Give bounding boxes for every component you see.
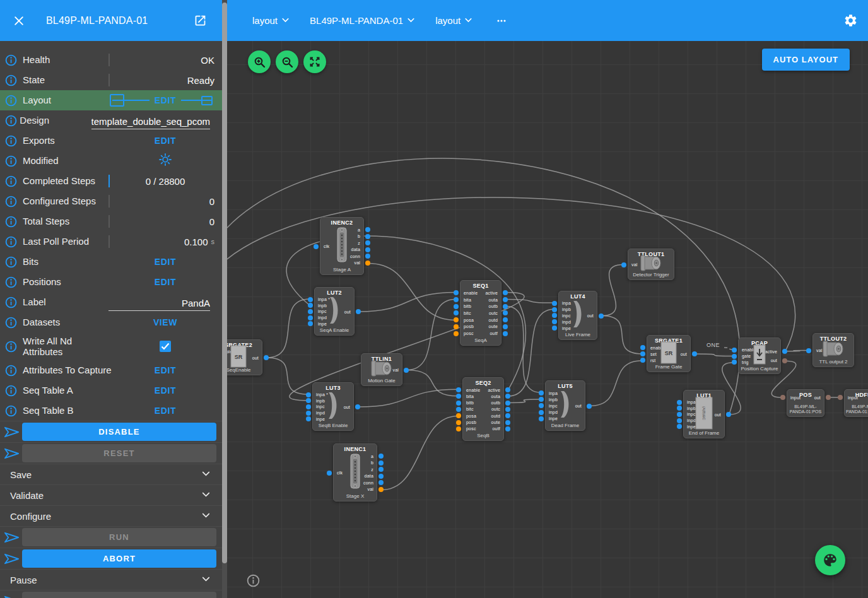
port-dot-out[interactable] xyxy=(587,404,592,409)
port-dot-val[interactable] xyxy=(365,261,370,266)
port-dot-posa[interactable] xyxy=(454,317,459,322)
port-dot-trig[interactable] xyxy=(732,360,737,365)
block-pos[interactable]: POSinputoutBL49P-ML-PANDA-01:POS xyxy=(787,389,824,417)
auto-layout-button[interactable]: AUTO LAYOUT xyxy=(762,49,850,71)
port-dot-inpc[interactable] xyxy=(677,412,682,417)
expander-configure[interactable]: Configure xyxy=(0,505,222,526)
block-ttlout2[interactable]: TTLOUT2valTTL output 2 xyxy=(812,333,854,367)
port-dot-inpd[interactable] xyxy=(306,411,311,416)
port-dot-active[interactable] xyxy=(782,349,787,354)
settings-gear-icon[interactable] xyxy=(843,13,858,28)
port-dot-outb[interactable] xyxy=(503,304,508,309)
port-dot-inpb[interactable] xyxy=(552,307,557,312)
port-dot-data[interactable] xyxy=(365,247,370,252)
port-dot-outf[interactable] xyxy=(503,331,508,336)
seq-table-b-edit-link[interactable]: EDIT xyxy=(155,406,176,416)
port-dot-data[interactable] xyxy=(378,474,384,479)
block-inenc2[interactable]: INENC2clkabzdataconnvalStage A xyxy=(320,217,364,275)
port-dot-posb[interactable] xyxy=(456,420,461,425)
port-dot-bitb[interactable] xyxy=(454,304,459,309)
port-dot-a[interactable] xyxy=(365,227,370,232)
port-dot-inpe[interactable] xyxy=(552,325,557,331)
port-dot-val[interactable] xyxy=(404,368,409,373)
port-dot-b[interactable] xyxy=(365,234,370,239)
port-dot-enable[interactable] xyxy=(454,290,459,295)
block-diagram-canvas[interactable]: AUTO LAYOUT INENC2clkabzdataconnvalStage… xyxy=(227,41,868,598)
more-horizontal-icon[interactable] xyxy=(495,15,508,27)
menu-layout-3[interactable]: layout xyxy=(435,15,476,27)
port-dot-out[interactable] xyxy=(726,412,731,417)
port-dot-bitc[interactable] xyxy=(456,407,461,412)
reset-button[interactable]: RESET xyxy=(22,444,216,462)
port-dot-clk[interactable] xyxy=(314,244,319,249)
run-button[interactable]: RUN xyxy=(22,528,216,546)
scrollbar-thumb[interactable] xyxy=(222,3,227,563)
seq-table-a-edit-link[interactable]: EDIT xyxy=(155,385,176,396)
port-dot-b[interactable] xyxy=(378,460,384,466)
port-dot-conn[interactable] xyxy=(365,254,370,259)
port-dot-val[interactable] xyxy=(378,487,384,492)
port-dot-oute[interactable] xyxy=(503,324,508,329)
port-dot-inpa[interactable] xyxy=(552,301,557,306)
port-dot-inpc[interactable] xyxy=(539,403,544,408)
port-dot-input[interactable] xyxy=(838,395,843,400)
port-dot-set[interactable] xyxy=(640,351,645,356)
port-dot-enable[interactable] xyxy=(640,345,645,350)
port-dot-z[interactable] xyxy=(365,240,370,245)
port-dot-val[interactable] xyxy=(806,348,811,353)
menu-bl49p-ml-panda-01-2[interactable]: BL49P-ML-PANDA-01 xyxy=(310,15,419,27)
block-lut5[interactable]: LUT5inpainpbinpcinpdinpeoutDead Frame xyxy=(545,380,585,431)
palette-icon[interactable] xyxy=(815,545,845,575)
port-dot-enable[interactable] xyxy=(456,387,461,392)
fullscreen-icon[interactable] xyxy=(303,50,326,73)
port-dot-inpb[interactable] xyxy=(539,397,544,402)
block-seq1[interactable]: SEQ1enablebitabitbbitcposaposbposcactive… xyxy=(460,280,501,346)
port-dot-out[interactable] xyxy=(355,404,360,409)
block-pcap[interactable]: PCAPenablegatetrigactiveoutPosition Capt… xyxy=(738,337,781,374)
port-dot-oute[interactable] xyxy=(505,420,510,425)
port-dot-outc[interactable] xyxy=(505,407,510,412)
zoom-in-icon[interactable] xyxy=(248,50,271,73)
disable-button[interactable]: DISABLE xyxy=(22,423,216,441)
exports-edit-link[interactable]: EDIT xyxy=(155,136,176,146)
block-srgate1[interactable]: SRGATE1enablesetrstoutSRFrame Gate xyxy=(647,335,691,372)
port-dot-out[interactable] xyxy=(692,351,697,356)
zoom-out-icon[interactable] xyxy=(276,50,298,73)
port-dot-inpe[interactable] xyxy=(306,416,311,421)
port-dot-outb[interactable] xyxy=(505,401,510,406)
port-dot-inpd[interactable] xyxy=(308,315,313,320)
sidebar-scrollbar[interactable] xyxy=(222,0,227,598)
block-lut3[interactable]: LUT3inpa*inpbinpcinpdinpeoutSeqB Enable xyxy=(312,382,354,431)
port-dot-bitb[interactable] xyxy=(456,401,461,406)
port-dot-inpa[interactable] xyxy=(306,392,311,397)
port-dot-outd[interactable] xyxy=(503,317,508,322)
port-dot-inpe[interactable] xyxy=(677,424,682,429)
port-dot-inpc[interactable] xyxy=(308,309,313,314)
port-dot-inpb[interactable] xyxy=(306,398,311,403)
write-all-nd-attributes-checkbox[interactable] xyxy=(160,341,171,352)
port-dot-inpc[interactable] xyxy=(552,313,557,318)
port-dot-outa[interactable] xyxy=(505,394,510,399)
block-ttlin1[interactable]: TTLIN1valMotion Gate xyxy=(361,353,402,386)
expander-save[interactable]: Save xyxy=(0,464,222,484)
port-dot-inpd[interactable] xyxy=(677,418,682,423)
datasets-view-link[interactable]: VIEW xyxy=(153,317,177,327)
port-dot-inpe[interactable] xyxy=(308,321,313,326)
port-dot-clk[interactable] xyxy=(327,471,332,476)
port-dot-conn[interactable] xyxy=(378,480,384,485)
port-dot-posc[interactable] xyxy=(456,426,461,431)
port-dot-bitc[interactable] xyxy=(454,310,459,315)
label-input[interactable]: PandA xyxy=(108,294,210,311)
block-seq2[interactable]: SEQ2enablebitabitbbitcposaposbposcactive… xyxy=(462,377,504,441)
block-inenc1[interactable]: INENC1clkabzdataconnvalStage X xyxy=(333,443,377,501)
positions-edit-link[interactable]: EDIT xyxy=(155,277,176,287)
expander-validate[interactable]: Validate xyxy=(0,484,222,505)
open-in-new-icon[interactable] xyxy=(194,14,207,27)
close-icon[interactable] xyxy=(13,15,25,27)
port-dot-z[interactable] xyxy=(378,467,384,472)
port-dot-bita[interactable] xyxy=(456,394,461,399)
port-dot-a[interactable] xyxy=(378,454,384,459)
port-dot-inpd[interactable] xyxy=(552,319,557,324)
port-dot-inpb[interactable] xyxy=(308,303,313,308)
port-dot-outc[interactable] xyxy=(503,310,508,315)
